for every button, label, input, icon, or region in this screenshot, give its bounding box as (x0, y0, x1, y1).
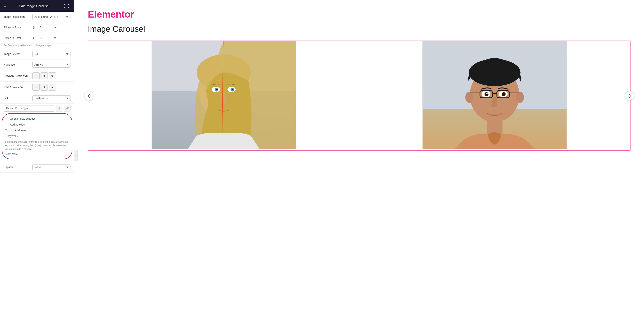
caption-row: Caption None Title Caption (0, 162, 74, 173)
main-content: Elementor Image Carousel ❮ (74, 0, 644, 311)
open-new-window-row: Open in new window (5, 116, 69, 122)
slides-to-scroll-label-group: Slides to Scroll 🖥 (4, 36, 36, 40)
image-resolution-select[interactable]: 2048x2048 - 2048 x 1024x1024 Full (32, 14, 70, 20)
prev-arrow-star-icon[interactable]: ★ (49, 72, 56, 79)
image-stretch-label: Image Stretch (4, 53, 30, 56)
next-arrow-right-icon[interactable]: › (32, 84, 40, 91)
url-link-button[interactable]: 🔗 (64, 105, 70, 112)
page-content-area: Elementor Image Carousel ❮ (74, 0, 644, 160)
slides-to-show-row: Slides to Show 🖥 2 1 3 4 (0, 22, 74, 33)
navigation-control: Arrows None Dots Both (32, 62, 70, 68)
monitor-icon: 🖥 (32, 26, 35, 29)
prev-arrow-label: Previous Arrow Icon (4, 74, 30, 77)
svg-point-23 (502, 92, 506, 96)
prev-arrow-row: Previous Arrow Icon ‹ ⬆ ★ (0, 70, 74, 82)
carousel-slide-2 (359, 41, 630, 150)
navigation-select[interactable]: Arrows None Dots Both (32, 62, 70, 68)
add-nofollow-row: Add nofollow (5, 122, 69, 128)
image-stretch-row: Image Stretch No Yes (0, 49, 74, 60)
slides-to-show-label-group: Slides to Show 🖥 (4, 26, 36, 29)
slides-to-show-select[interactable]: 2 1 3 4 (38, 25, 58, 31)
svg-point-22 (484, 92, 489, 96)
prev-arrow-upload-icon[interactable]: ⬆ (40, 72, 48, 79)
svg-point-18 (466, 92, 474, 103)
slides-to-scroll-hint: Set how many slides are scrolled per swi… (0, 44, 74, 49)
url-gear-button[interactable]: ⚙ (56, 105, 62, 112)
svg-point-19 (516, 92, 524, 103)
next-arrow-control: › ⬆ ★ (32, 84, 70, 91)
hamburger-icon[interactable]: ≡ (4, 4, 6, 8)
slides-to-scroll-label: Slides to Scroll (4, 37, 30, 40)
prev-arrow-left-icon[interactable]: ‹ (32, 72, 40, 79)
man-photo (359, 41, 630, 149)
carousel-next-button[interactable]: ❯ (625, 91, 634, 100)
next-arrow-star-icon[interactable]: ★ (49, 84, 56, 91)
image-resolution-row: Image Resolution 2048x2048 - 2048 x 1024… (0, 12, 74, 22)
svg-point-9 (216, 89, 218, 90)
grid-icon[interactable]: ⋮⋮ (62, 4, 70, 8)
link-control: Custom URL None Media File (32, 95, 70, 101)
carousel-prev-button[interactable]: ❮ (84, 91, 93, 100)
url-input[interactable] (4, 105, 54, 112)
open-new-window-checkbox[interactable] (5, 117, 8, 120)
next-arrow-icons: › ⬆ ★ (32, 84, 56, 91)
slides-to-scroll-select[interactable]: 3 1 2 4 (38, 35, 58, 41)
collapse-button[interactable]: ‹ (74, 150, 78, 161)
carousel-slides (88, 41, 630, 151)
sidebar-header: ≡ Edit Image Carousel ⋮⋮ (0, 0, 74, 12)
svg-point-10 (232, 89, 234, 90)
carousel-slide-1 (88, 41, 359, 150)
slides-to-scroll-row: Slides to Scroll 🖥 3 1 2 4 (0, 33, 74, 44)
url-input-row: ⚙ 🔗 (0, 104, 74, 113)
page-title: Image Carousel (88, 24, 630, 34)
image-stretch-select[interactable]: No Yes (32, 51, 70, 57)
custom-attributes-label: Custom Attributes (5, 128, 69, 133)
sidebar: ≡ Edit Image Carousel ⋮⋮ Image Resolutio… (0, 0, 74, 311)
custom-attributes-hint: Set custom attributes for the link eleme… (5, 140, 69, 152)
slides-to-scroll-control: 3 1 2 4 (38, 35, 71, 41)
woman-photo (88, 41, 359, 149)
image-stretch-control: No Yes (32, 51, 70, 57)
monitor-icon-scroll: 🖥 (32, 36, 35, 40)
link-row: Link Custom URL None Media File (0, 93, 74, 104)
link-select[interactable]: Custom URL None Media File (32, 95, 70, 101)
carousel-container: ❮ (88, 41, 630, 151)
caption-select[interactable]: None Title Caption (32, 164, 70, 170)
carousel-next-icon: ❯ (628, 94, 631, 98)
link-options-section: Open in new window Add nofollow Custom A… (2, 113, 72, 159)
add-nofollow-checkbox[interactable] (5, 123, 8, 126)
next-arrow-row: Next Arrow Icon › ⬆ ★ (0, 82, 74, 93)
image-resolution-label: Image Resolution (4, 15, 30, 19)
carousel-prev-icon: ❮ (87, 94, 90, 98)
navigation-row: Navigation Arrows None Dots Both (0, 60, 74, 70)
sidebar-title: Edit Image Carousel (19, 4, 50, 8)
key-value-input[interactable] (5, 133, 69, 139)
caption-label: Caption (4, 166, 30, 169)
navigation-label: Navigation (4, 63, 30, 66)
sidebar-content: Image Resolution 2048x2048 - 2048 x 1024… (0, 12, 74, 311)
learn-more-link[interactable]: Learn More (5, 153, 18, 155)
prev-arrow-icons: ‹ ⬆ ★ (32, 72, 56, 79)
prev-arrow-control: ‹ ⬆ ★ (32, 72, 70, 79)
link-label: Link (4, 97, 30, 100)
add-nofollow-label[interactable]: Add nofollow (10, 123, 26, 126)
caption-control: None Title Caption (32, 164, 70, 170)
next-arrow-label: Next Arrow Icon (4, 86, 30, 89)
open-new-window-label[interactable]: Open in new window (10, 117, 35, 120)
slides-to-show-label: Slides to Show (4, 26, 30, 29)
svg-point-24 (486, 93, 488, 94)
slides-to-show-control: 2 1 3 4 (38, 25, 71, 31)
next-arrow-upload-icon[interactable]: ⬆ (40, 84, 48, 91)
image-resolution-control: 2048x2048 - 2048 x 1024x1024 Full (32, 14, 70, 20)
brand-title: Elementor (88, 9, 630, 20)
